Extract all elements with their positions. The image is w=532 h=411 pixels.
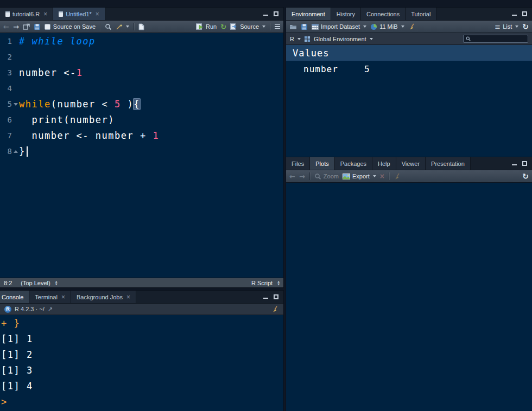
maximize-icon[interactable]: [274, 294, 278, 299]
environment-entry[interactable]: number5: [286, 61, 532, 77]
tab-help[interactable]: Help: [372, 157, 396, 170]
source-on-save-checkbox[interactable]: Source on Save: [45, 23, 96, 30]
run-button[interactable]: Run: [196, 23, 217, 30]
document-outline-icon[interactable]: [275, 24, 280, 29]
export-label: Export: [352, 173, 370, 179]
previous-plot-icon[interactable]: ←: [289, 172, 295, 181]
back-icon[interactable]: ←: [3, 23, 9, 31]
maximize-icon[interactable]: [522, 11, 527, 16]
tab-plots[interactable]: Plots: [310, 157, 334, 170]
scope-selector[interactable]: (Top Level) ▲▼: [21, 280, 57, 286]
memory-usage-button[interactable]: 11 MiB: [370, 23, 404, 30]
tab-tutorial6-r[interactable]: tutorial6.R×: [0, 8, 53, 20]
minimize-icon[interactable]: [512, 164, 517, 165]
minimize-icon[interactable]: [263, 298, 268, 299]
code-line[interactable]: 7 number <- number + 1: [0, 128, 283, 144]
clear-environment-icon[interactable]: [408, 23, 416, 30]
clear-console-icon[interactable]: [271, 306, 279, 313]
remove-plot-icon[interactable]: ×: [380, 172, 384, 181]
code-line[interactable]: 4: [0, 81, 283, 97]
tab-label: History: [337, 11, 355, 17]
tab-viewer[interactable]: Viewer: [396, 157, 426, 170]
refresh-plots-icon[interactable]: ↻: [522, 172, 529, 181]
code-line[interactable]: 1# while loop: [0, 34, 283, 49]
console-line: [1] 1: [1, 331, 283, 347]
line-number: 6: [0, 112, 12, 128]
save-workspace-icon[interactable]: [301, 23, 308, 30]
environment-search[interactable]: [463, 35, 528, 43]
tab-terminal[interactable]: Terminal×: [29, 291, 71, 303]
environment-window-controls: [512, 8, 527, 20]
list-view-button[interactable]: ≡ List: [495, 23, 518, 31]
console-output[interactable]: + }[1] 1[1] 2[1] 3[1] 4>: [1, 316, 283, 411]
close-icon[interactable]: ×: [43, 10, 47, 18]
file-type-label: R Script: [251, 280, 273, 286]
chevron-down-icon: [401, 25, 404, 28]
tab-presentation[interactable]: Presentation: [426, 157, 471, 170]
environment-scope-bar: R Global Environment: [286, 33, 532, 45]
popout-icon[interactable]: [23, 23, 30, 30]
toolbar-separator: [389, 172, 389, 180]
close-icon[interactable]: ×: [61, 293, 65, 301]
fold-down-icon[interactable]: [12, 103, 19, 106]
tab-background-jobs[interactable]: Background Jobs×: [71, 291, 136, 303]
refresh-environment-icon[interactable]: ↻: [522, 22, 529, 31]
compile-report-icon[interactable]: [138, 23, 144, 30]
tab-console[interactable]: Console: [0, 291, 29, 303]
minimize-icon[interactable]: [512, 15, 517, 16]
import-dataset-button[interactable]: Import Dataset: [312, 23, 366, 30]
tab-packages[interactable]: Packages: [335, 157, 372, 170]
values-label: Values: [293, 48, 329, 59]
minimize-icon[interactable]: [263, 15, 268, 16]
open-in-window-icon[interactable]: ↗: [48, 306, 53, 313]
maximize-icon[interactable]: [274, 11, 278, 16]
chevron-down-icon: [262, 25, 265, 28]
tab-environment[interactable]: Environment: [286, 8, 331, 20]
language-selector[interactable]: R: [290, 36, 301, 42]
source-button[interactable]: Source: [230, 23, 265, 30]
code-tools-button[interactable]: [116, 23, 129, 30]
save-icon[interactable]: [34, 23, 41, 30]
tab-tutorial[interactable]: Tutorial: [406, 8, 436, 20]
code-text: while(number < 5 ){: [19, 97, 283, 112]
zoom-icon: [314, 173, 321, 180]
maximize-icon[interactable]: [522, 161, 527, 166]
fold-up-icon[interactable]: [12, 150, 19, 153]
image-icon: [343, 174, 350, 179]
search-input[interactable]: [473, 35, 525, 42]
updown-icon: ▲▼: [277, 280, 280, 285]
code-line[interactable]: 3number <-1: [0, 65, 283, 81]
source-label: Source: [240, 23, 259, 30]
values-section-header[interactable]: Values: [286, 45, 532, 61]
environment-selector[interactable]: Global Environment: [314, 36, 373, 42]
export-button[interactable]: Export: [343, 173, 376, 179]
clear-plots-icon[interactable]: [394, 173, 401, 180]
load-workspace-icon[interactable]: [289, 23, 297, 30]
code-line[interactable]: 2: [0, 49, 283, 65]
code-text: number <- number + 1: [19, 128, 283, 144]
code-line[interactable]: 8}: [0, 144, 283, 159]
file-type-selector[interactable]: R Script ▲▼: [251, 280, 280, 286]
tab-label: Plots: [315, 160, 328, 167]
tab-connections[interactable]: Connections: [361, 8, 406, 20]
console-line: + }: [1, 316, 283, 331]
tab-history[interactable]: History: [331, 8, 361, 20]
code-line[interactable]: 6 print(number): [0, 112, 283, 128]
tab-untitled1[interactable]: Untitled1*×: [53, 8, 105, 20]
forward-icon[interactable]: →: [13, 23, 19, 31]
rerun-icon[interactable]: ↻: [220, 23, 226, 31]
scope-label: (Top Level): [21, 280, 50, 286]
find-icon[interactable]: [105, 23, 112, 30]
next-plot-icon[interactable]: →: [299, 172, 305, 181]
environment-toolbar: Import Dataset 11 MiB ≡ List ↻: [286, 21, 532, 33]
close-icon[interactable]: ×: [96, 10, 99, 18]
close-icon[interactable]: ×: [126, 293, 130, 301]
console-line: [1] 4: [1, 378, 283, 394]
console-line: [1] 3: [1, 363, 283, 378]
rstudio-window: tutorial6.R×Untitled1*× ← → Source on Sa…: [0, 0, 532, 411]
zoom-button[interactable]: Zoom: [314, 173, 339, 180]
tab-files[interactable]: Files: [286, 157, 310, 170]
code-editor[interactable]: 1# while loop23number <-145while(number …: [0, 34, 283, 278]
code-line[interactable]: 5while(number < 5 ){: [0, 97, 283, 112]
toolbar-separator: [100, 23, 100, 30]
